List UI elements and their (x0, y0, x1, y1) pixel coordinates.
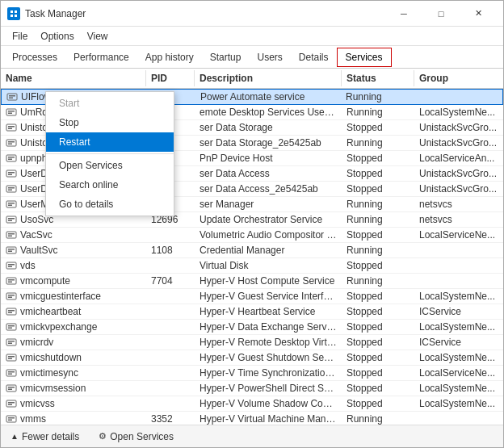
table-row[interactable]: vmickvpexchange Hyper-V Data Exchange Se… (1, 320, 503, 335)
desc-cell: Hyper-V Heartbeat Service (195, 304, 342, 319)
svg-rect-8 (8, 111, 15, 112)
service-name-cell: vmicvmsession (1, 381, 146, 396)
svg-rect-36 (8, 251, 12, 253)
svg-rect-5 (9, 95, 15, 97)
desc-cell: Hyper-V Host Compute Service (195, 274, 342, 288)
group-cell: LocalSystemNe... (414, 350, 503, 365)
table-row[interactable]: vmicrdv Hyper-V Remote Desktop Virtualiz… (1, 335, 503, 350)
col-description[interactable]: Description (195, 70, 342, 86)
status-cell: Stopped (342, 396, 414, 411)
pid-cell (146, 289, 195, 304)
status-cell: Running (342, 274, 414, 288)
open-services-label: Open Services (110, 431, 174, 442)
ctx-stop[interactable]: Stop (46, 113, 174, 132)
tab-users[interactable]: Users (249, 48, 290, 66)
service-icon (6, 168, 17, 179)
svg-rect-40 (6, 278, 16, 284)
svg-rect-4 (7, 94, 17, 100)
service-icon (6, 367, 17, 379)
svg-rect-56 (8, 356, 15, 358)
table-row[interactable]: vmicvss Hyper-V Volume Shadow Copy Reque… (1, 396, 503, 412)
table-row[interactable]: vmms 3352 Hyper-V Virtual Machine Manage… (1, 412, 503, 425)
tab-app-history[interactable]: App history (137, 48, 202, 66)
svg-rect-23 (8, 187, 15, 189)
status-cell: Stopped (342, 166, 414, 181)
ctx-go-to-details[interactable]: Go to details (46, 195, 174, 214)
table-row[interactable]: vmicguestinterface Hyper-V Guest Service… (1, 289, 503, 304)
status-cell: Stopped (342, 320, 414, 334)
svg-rect-65 (8, 402, 15, 404)
service-name-cell: VacSvc (1, 228, 146, 242)
tab-performance[interactable]: Performance (65, 48, 137, 66)
desc-cell: ser Data Access_2e5425ab (195, 182, 342, 196)
menu-file[interactable]: File (6, 29, 34, 44)
group-cell: LocalServiceNe... (414, 228, 503, 242)
svg-rect-26 (8, 203, 15, 204)
ctx-open-services[interactable]: Open Services (46, 156, 174, 175)
table-row[interactable]: VaultSvc 1108 Credential Manager Running (1, 243, 503, 258)
svg-rect-1 (15, 10, 17, 13)
svg-rect-57 (8, 358, 12, 360)
menu-view[interactable]: View (81, 29, 115, 44)
window-controls: ─ □ ✕ (385, 1, 497, 27)
desc-cell: emote Desktop Services UserMode ... (195, 105, 342, 119)
status-cell: Stopped (342, 366, 414, 380)
service-icon (6, 214, 17, 225)
table-row[interactable]: VacSvc Volumetric Audio Compositor Servi… (1, 228, 503, 243)
status-cell: Running (341, 90, 414, 104)
svg-rect-37 (6, 262, 16, 269)
group-cell: ICService (414, 335, 503, 350)
col-name[interactable]: Name (1, 70, 146, 86)
title-bar: Task Manager ─ □ ✕ (1, 1, 503, 27)
table-row[interactable]: vmicheartbeat Hyper-V Heartbeat Service … (1, 304, 503, 320)
svg-rect-0 (10, 10, 13, 13)
col-status[interactable]: Status (342, 70, 414, 86)
pid-cell (146, 366, 195, 380)
svg-rect-61 (6, 385, 16, 391)
svg-rect-29 (8, 218, 15, 220)
table-row[interactable]: vmicvmsession Hyper-V PowerShell Direct … (1, 381, 503, 396)
desc-cell: Credential Manager (195, 243, 342, 257)
ctx-start[interactable]: Start (46, 94, 174, 113)
desc-cell: Hyper-V Virtual Machine Management (195, 412, 342, 425)
fewer-details-button[interactable]: ▲ Fewer details (7, 429, 82, 444)
svg-rect-52 (6, 339, 16, 345)
tab-details[interactable]: Details (291, 48, 337, 66)
svg-rect-32 (8, 233, 15, 235)
svg-rect-47 (8, 310, 15, 312)
table-row[interactable]: vmictimesync Hyper-V Time Synchronizatio… (1, 366, 503, 381)
table-row[interactable]: vmcompute 7704 Hyper-V Host Compute Serv… (1, 274, 503, 289)
svg-rect-38 (8, 264, 15, 266)
status-cell: Stopped (342, 335, 414, 350)
tab-processes[interactable]: Processes (4, 48, 65, 66)
status-cell: Running (342, 212, 414, 227)
service-name-cell: vmicrdv (1, 335, 146, 350)
maximize-button[interactable]: □ (422, 1, 460, 27)
tab-services[interactable]: Services (337, 48, 392, 67)
menu-options[interactable]: Options (34, 29, 80, 44)
open-services-status-button[interactable]: ⚙ Open Services (95, 429, 177, 444)
tab-startup[interactable]: Startup (202, 48, 250, 66)
svg-rect-58 (6, 370, 16, 376)
ctx-restart[interactable]: Restart (46, 132, 174, 152)
close-button[interactable]: ✕ (460, 1, 497, 27)
ctx-search-online[interactable]: Search online (46, 175, 174, 195)
svg-rect-44 (8, 295, 15, 296)
svg-rect-43 (6, 293, 16, 299)
svg-rect-62 (8, 387, 15, 388)
desc-cell: Hyper-V Guest Service Interface (195, 289, 342, 304)
table-row[interactable]: vmicshutdown Hyper-V Guest Shutdown Serv… (1, 350, 503, 366)
service-name-cell: vmicguestinterface (1, 289, 146, 304)
col-group[interactable]: Group (414, 70, 503, 86)
content-area: Name PID Description Status Group UIFlow… (1, 69, 503, 425)
desc-cell: Hyper-V Time Synchronization Service (195, 366, 342, 380)
table-row[interactable]: vds Virtual Disk Stopped (1, 258, 503, 274)
svg-rect-27 (8, 205, 12, 207)
title-bar-left: Task Manager (7, 7, 86, 20)
service-name-cell: VaultSvc (1, 243, 146, 257)
desc-cell: Power Automate service (195, 90, 341, 104)
svg-rect-20 (8, 172, 15, 174)
pid-cell (146, 258, 195, 273)
col-pid[interactable]: PID (146, 70, 195, 86)
minimize-button[interactable]: ─ (385, 1, 422, 27)
